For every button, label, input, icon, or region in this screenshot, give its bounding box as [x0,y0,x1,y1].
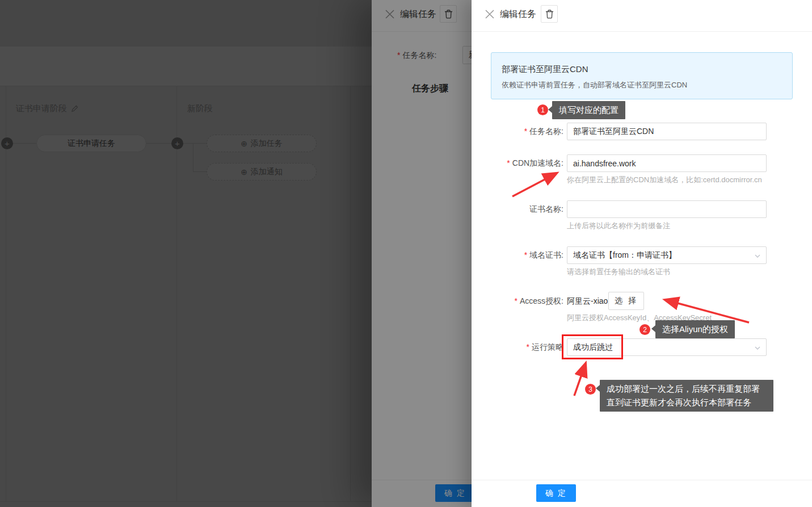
confirm-button[interactable]: 确 定 [536,484,576,502]
domain-cert-label: 域名证书: [524,246,563,264]
delete-task-button[interactable] [541,5,558,23]
drawer-footer: 确 定 [472,480,812,507]
task-name-input[interactable] [567,123,767,140]
annotation-badge-1: 1 [537,104,548,115]
cdn-domain-hint: 你在阿里云上配置的CDN加速域名，比如:certd.docmirror.cn [567,175,762,185]
plugin-info-box: 部署证书至阿里云CDN 依赖证书申请前置任务，自动部署域名证书至阿里云CDN [491,52,793,99]
annotation-arrow-3 [574,363,586,396]
access-label: Access授权: [515,292,563,310]
plugin-description: 依赖证书申请前置任务，自动部署域名证书至阿里云CDN [502,80,782,90]
domain-cert-value: 域名证书【from：申请证书】 [573,250,676,261]
chevron-down-icon [754,345,761,351]
annotation-badge-3: 3 [585,384,596,395]
cert-name-label: 证书名称: [529,200,563,218]
chevron-down-icon [754,253,761,259]
cdn-domain-input[interactable] [567,154,767,172]
domain-cert-select[interactable]: 域名证书【from：申请证书】 [567,246,767,264]
app-viewport: 证书申请阶段 新阶段 + + 证书申请任务 [0,0,812,507]
annotation-tooltip-1: 填写对应的配置 [552,101,625,119]
annotation-arrow-1 [512,173,557,196]
access-value: 阿里云-xiao [567,292,608,310]
domain-cert-hint: 请选择前置任务输出的域名证书 [567,267,670,277]
annotation-tooltip-2: 选择Aliyun的授权 [655,320,735,338]
drawer-header: 编辑任务 [472,0,812,32]
annotation-badge-2: 2 [639,324,650,335]
cert-name-hint: 上传后将以此名称作为前缀备注 [567,221,670,231]
plugin-title: 部署证书至阿里云CDN [502,64,782,75]
close-icon[interactable] [485,9,495,19]
access-choose-button[interactable]: 选 择 [608,292,644,310]
task-name-label: 任务名称: [524,123,563,140]
annotation-tooltip-3: 成功部署过一次之后，后续不再重复部署直到证书更新才会再次执行本部署任务 [600,380,773,412]
drawer-title: 编辑任务 [500,9,536,20]
strategy-label: 运行策略 [527,338,563,356]
cert-name-input[interactable] [567,200,767,218]
cdn-domain-label: CDN加速域名: [507,154,563,172]
annotation-highlight-rect [562,334,623,359]
trash-icon [545,10,554,19]
edit-task-drawer: 编辑任务 部署证书至阿里云CDN 依赖证书申请前置任务，自动部署域名证书至阿里云… [472,0,812,507]
